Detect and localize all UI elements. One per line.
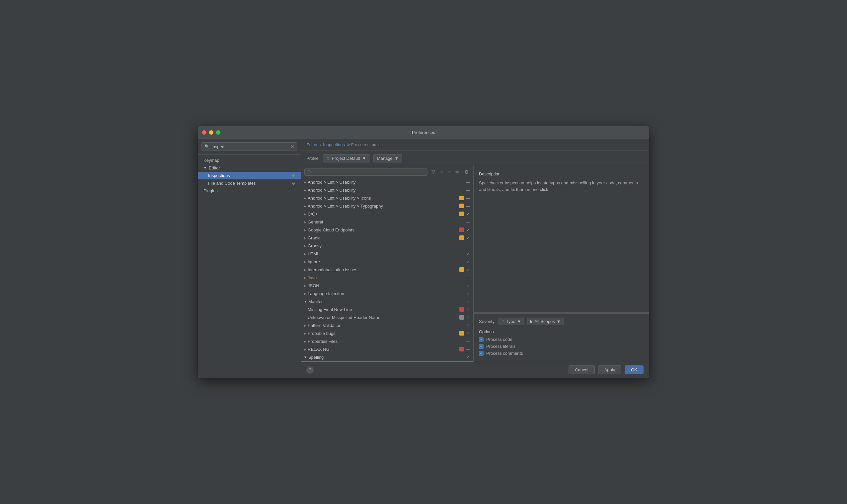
maximize-button[interactable] — [216, 130, 220, 134]
filter-input-wrapper[interactable] — [304, 168, 428, 176]
inspections-tree: ▶ Android > Lint > Usability — ▶ Android… — [301, 178, 473, 362]
filter-input[interactable] — [307, 169, 425, 175]
severity-color — [459, 315, 464, 320]
scope-dropdown[interactable]: In All Scopes ▼ — [527, 318, 564, 325]
clear-icon[interactable]: ✕ — [290, 144, 294, 149]
tree-item[interactable]: ▶ Gradle ✓ — [301, 234, 473, 242]
sidebar-item-inspections[interactable]: Inspections ⚙ — [198, 172, 301, 179]
process-literals-checkbox[interactable] — [479, 344, 484, 349]
manage-arrow: ▼ — [395, 156, 399, 161]
check-icon: ✓ — [465, 355, 471, 360]
filter-icon[interactable]: ▽ — [430, 168, 437, 176]
check-icon: ✓ — [465, 283, 471, 288]
typo-check-icon: ✓ — [501, 319, 504, 324]
close-button[interactable] — [202, 130, 206, 134]
severity-color — [459, 307, 464, 312]
tree-arrow-icon: ▶ — [304, 268, 306, 272]
chevron-down-icon: ▼ — [204, 166, 207, 170]
severity-row: Severity: ✓ Typo ▼ In All Scopes ▼ — [479, 318, 643, 325]
tree-item-label: Manifest — [308, 299, 465, 304]
apply-button[interactable]: Apply — [598, 365, 622, 374]
sidebar-item-label: Editor — [209, 165, 220, 170]
tree-item[interactable]: Missing Final New Line ✓ — [301, 305, 473, 313]
process-code-label: Process code — [486, 337, 513, 342]
highlight-icon[interactable]: ✏ — [454, 168, 461, 176]
check-icon: ✓ — [465, 235, 471, 240]
tree-item[interactable]: ▶ Google Cloud Endpoints ✓ — [301, 226, 473, 234]
sidebar-item-plugins[interactable]: Plugins — [198, 187, 301, 195]
tree-item[interactable]: ▶ RELAX NG — — [301, 345, 473, 353]
process-code-checkbox[interactable] — [479, 337, 484, 342]
sidebar-item-keymap[interactable]: Keymap — [198, 157, 301, 164]
dash-icon: — — [465, 346, 471, 352]
tree-item[interactable]: Unknown or Misspelled Header Name ✓ — [301, 313, 473, 321]
tree-item[interactable]: ▶ Pattern Validation ✓ — [301, 321, 473, 329]
description-text: Spellchecker inspection helps locate typ… — [479, 180, 643, 193]
tree-item[interactable]: ▶ Android > Lint > Usability — — [301, 186, 473, 194]
option-process-literals: Process literals — [479, 344, 643, 349]
main-panel: Editor › Inspections For current project… — [301, 139, 649, 378]
severity-dropdown[interactable]: ✓ Typo ▼ — [499, 318, 524, 325]
tree-item-label: JSON — [308, 283, 465, 288]
tree-arrow-icon: ▶ — [304, 252, 306, 256]
sidebar-search-wrapper[interactable]: 🔍 ✕ — [202, 142, 297, 151]
dash-icon: — — [465, 179, 471, 185]
tree-item[interactable]: ▶ C/C++ ✓ — [301, 210, 473, 218]
sidebar-search-input[interactable] — [211, 144, 289, 149]
severity-color — [459, 196, 464, 200]
settings-icon[interactable]: ⚙ — [292, 174, 295, 178]
breadcrumb-editor-link[interactable]: Editor — [306, 142, 317, 147]
footer: ? Cancel Apply OK — [301, 362, 649, 378]
tree-item[interactable]: ▶ Groovy — — [301, 242, 473, 250]
tree-item[interactable]: ▶ Android > Lint > Usability — — [301, 178, 473, 186]
cancel-button[interactable]: Cancel — [569, 365, 594, 374]
check-icon: ✓ — [465, 291, 471, 296]
sidebar-item-label: Keymap — [204, 158, 219, 163]
tree-item[interactable]: ▶ Internationalization issues ✓ — [301, 266, 473, 273]
expand-all-icon[interactable]: ≡ — [439, 168, 445, 175]
gear-icon[interactable]: ⚙ — [463, 168, 470, 176]
tree-item[interactable]: ▶ Properties Files — — [301, 337, 473, 345]
tree-item[interactable]: ▶ General — — [301, 218, 473, 226]
filter-icons: ▽ ≡ ≡ ✏ ⚙ — [430, 168, 470, 176]
process-literals-label: Process literals — [486, 344, 515, 349]
tree-item[interactable]: ▶ JSON ✓ — [301, 282, 473, 289]
profile-dropdown-arrow: ▼ — [362, 156, 366, 161]
tree-item-spelling[interactable]: ▼ Spelling ✓ — [301, 353, 473, 361]
tree-arrow-icon: ▶ — [304, 236, 306, 240]
sidebar-item-file-code-templates[interactable]: File and Code Templates ⚙ — [198, 179, 301, 187]
tree-item[interactable]: ▶ Android > Lint > Usability > Icons — — [301, 194, 473, 202]
tree-item[interactable]: ▶ Java — — [301, 273, 473, 282]
minimize-button[interactable] — [209, 130, 213, 134]
tree-item[interactable]: ▶ Android > Lint > Usability > Typograph… — [301, 202, 473, 210]
tree-item[interactable]: ▶ HTML ✓ — [301, 250, 473, 258]
profile-dropdown[interactable]: ⊙ Project Default ▼ — [323, 154, 370, 162]
tree-arrow-icon: ▶ — [304, 220, 306, 224]
collapse-all-icon[interactable]: ≡ — [446, 168, 452, 175]
current-project-tag: For current project — [347, 143, 384, 147]
settings-icon[interactable]: ⚙ — [292, 181, 295, 186]
tree-item[interactable]: ▶ Language Injection ✓ — [301, 289, 473, 298]
manage-button[interactable]: Manage ▼ — [374, 154, 402, 162]
tree-arrow-expanded-icon: ▼ — [304, 356, 307, 359]
help-button[interactable]: ? — [306, 366, 314, 374]
tree-item-label: C/C++ — [308, 212, 459, 217]
description-title: Description — [479, 172, 643, 176]
breadcrumb: Editor › Inspections For current project — [301, 139, 649, 151]
severity-color — [459, 203, 464, 208]
process-comments-checkbox[interactable] — [479, 351, 484, 356]
check-icon: ✓ — [465, 307, 471, 312]
tree-item-label: Ignore — [308, 259, 465, 264]
tree-item[interactable]: ▶ Ignore ✓ — [301, 258, 473, 266]
severity-color — [459, 267, 464, 272]
tree-item-label: Android > Lint > Usability — [308, 180, 465, 185]
tree-item-label: Properties Files — [308, 339, 465, 344]
severity-color — [459, 212, 464, 216]
check-icon: ✓ — [465, 299, 471, 304]
ok-button[interactable]: OK — [625, 365, 643, 374]
sidebar-item-editor[interactable]: ▼ Editor — [198, 164, 301, 172]
inspections-tree-panel: ▽ ≡ ≡ ✏ ⚙ ▶ Android > Lint > Usability — — [301, 166, 473, 362]
severity-arrow: ▼ — [517, 319, 521, 324]
tree-item[interactable]: ▼ Manifest ✓ — [301, 298, 473, 305]
tree-item[interactable]: ▶ Probable bugs ✓ — [301, 329, 473, 337]
